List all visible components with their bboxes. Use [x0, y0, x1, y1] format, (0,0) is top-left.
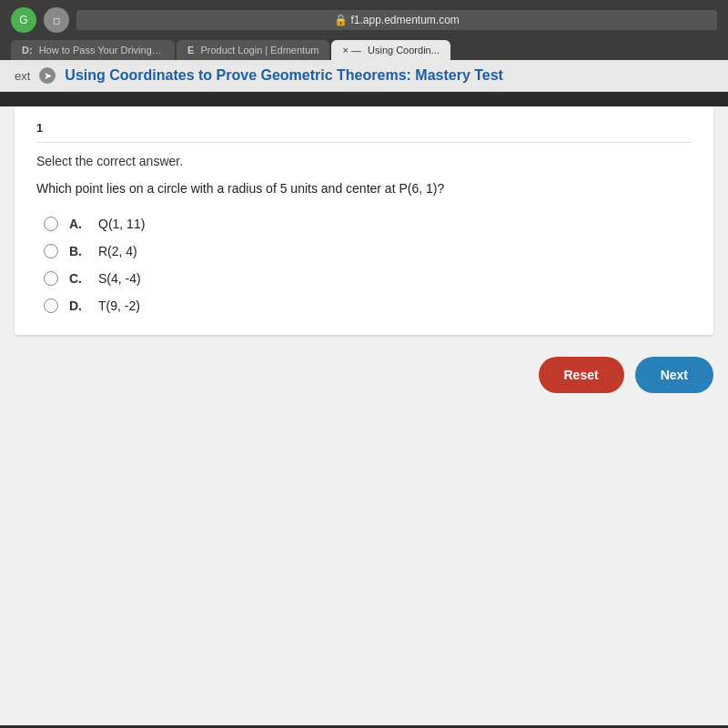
page-title: Using Coordinates to Prove Geometric The… — [65, 67, 503, 84]
option-b-letter: B. — [69, 244, 87, 258]
question-container: 1 Select the correct answer. Which point… — [15, 106, 713, 335]
browser-btn-green[interactable]: G — [11, 7, 36, 33]
question-instruction: Select the correct answer. — [36, 154, 692, 168]
option-b-item[interactable]: B. R(2, 4) — [44, 244, 692, 258]
option-b-value: R(2, 4) — [98, 244, 137, 258]
browser-toolbar: G ◻ 🔒 f1.app.edmentum.com — [11, 7, 717, 33]
option-c-letter: C. — [69, 271, 87, 286]
option-d-value: T(9, -2) — [98, 298, 140, 313]
option-d-item[interactable]: D. T(9, -2) — [44, 298, 692, 313]
address-text: f1.app.edmentum.com — [350, 14, 459, 26]
radio-d-inner — [47, 302, 55, 309]
tab-coords[interactable]: × — Using Coordin... — [331, 40, 450, 60]
radio-d[interactable] — [44, 298, 58, 313]
option-c-value: S(4, -4) — [98, 271, 141, 286]
page-header: ext ➤ Using Coordinates to Prove Geometr… — [0, 60, 728, 92]
options-list: A. Q(1, 11) B. R(2, 4) C. S(4, -4) — [44, 217, 692, 313]
radio-c[interactable] — [44, 271, 58, 286]
question-number: 1 — [36, 121, 692, 143]
option-c-item[interactable]: C. S(4, -4) — [44, 271, 692, 286]
tabs-row: D: How to Pass Your Driving Test... E Pr… — [11, 40, 717, 60]
tab-driving[interactable]: D: How to Pass Your Driving Test... — [11, 40, 175, 60]
lock-icon: 🔒 — [334, 14, 348, 26]
browser-chrome: G ◻ 🔒 f1.app.edmentum.com D: How to Pass… — [0, 0, 728, 60]
forward-arrow-icon[interactable]: ➤ — [39, 67, 56, 84]
radio-a-inner — [47, 220, 55, 228]
next-button[interactable]: Next — [635, 357, 713, 393]
option-a-letter: A. — [69, 217, 87, 231]
radio-a[interactable] — [44, 217, 58, 231]
main-content: 1 Select the correct answer. Which point… — [0, 106, 728, 725]
radio-b-inner — [47, 248, 55, 255]
nav-prev[interactable]: ext — [15, 69, 30, 83]
option-a-value: Q(1, 11) — [98, 217, 145, 231]
question-text: Which point lies on a circle with a radi… — [36, 179, 692, 198]
option-d-letter: D. — [69, 298, 87, 313]
option-a-item[interactable]: A. Q(1, 11) — [44, 217, 692, 231]
radio-b[interactable] — [44, 244, 58, 258]
buttons-row: Reset Next — [15, 357, 713, 393]
address-bar[interactable]: 🔒 f1.app.edmentum.com — [76, 10, 717, 30]
reset-button[interactable]: Reset — [539, 357, 624, 393]
radio-c-inner — [47, 275, 55, 282]
tab-product[interactable]: E Product Login | Edmentum — [177, 40, 329, 60]
browser-btn-gray[interactable]: ◻ — [44, 7, 69, 33]
